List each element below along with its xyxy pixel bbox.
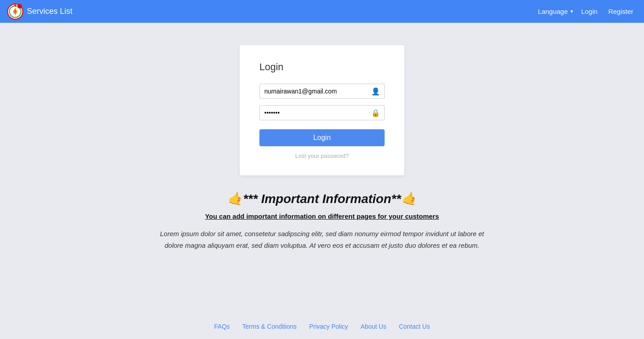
password-input[interactable] (259, 105, 385, 120)
user-icon: 👤 (371, 87, 380, 96)
info-section: 🤙*** Important Information**🤙 You can ad… (148, 191, 496, 251)
email-input[interactable] (259, 84, 385, 99)
svg-point-6 (17, 4, 22, 8)
navbar-right: Language ▼ Login Register (538, 6, 637, 17)
login-nav-link[interactable]: Login (577, 6, 601, 17)
navbar: Services List Language ▼ Login Register (0, 0, 644, 23)
login-button[interactable]: Login (259, 129, 385, 146)
login-title: Login (259, 61, 385, 73)
footer: FAQs Terms & Conditions Privacy Policy A… (0, 314, 644, 339)
lock-icon: 🔒 (371, 109, 380, 117)
chevron-down-icon: ▼ (570, 9, 574, 14)
info-body: Lorem ipsum dolor sit amet, consetetur s… (157, 228, 487, 251)
footer-link-privacy[interactable]: Privacy Policy (309, 323, 348, 330)
footer-link-about[interactable]: About Us (360, 323, 386, 330)
info-title: 🤙*** Important Information**🤙 (157, 191, 487, 206)
footer-links: FAQs Terms & Conditions Privacy Policy A… (9, 323, 635, 330)
brand-label: Services List (27, 7, 72, 16)
main-content: Login 👤 🔒 Login Lost your password? 🤙***… (0, 23, 644, 314)
brand-link[interactable]: Services List (7, 4, 72, 20)
footer-link-faqs[interactable]: FAQs (214, 323, 230, 330)
language-dropdown[interactable]: Language ▼ (538, 8, 574, 15)
language-label: Language (538, 8, 568, 15)
logo-icon (7, 4, 23, 20)
login-card: Login 👤 🔒 Login Lost your password? (240, 45, 404, 175)
forgot-password-link[interactable]: Lost your password? (259, 153, 385, 159)
footer-link-contact[interactable]: Contact Us (399, 323, 430, 330)
password-group: 🔒 (259, 105, 385, 120)
register-nav-link[interactable]: Register (605, 6, 637, 17)
footer-link-terms[interactable]: Terms & Conditions (242, 323, 297, 330)
info-subtitle: You can add important information on dif… (157, 212, 487, 220)
email-group: 👤 (259, 84, 385, 99)
